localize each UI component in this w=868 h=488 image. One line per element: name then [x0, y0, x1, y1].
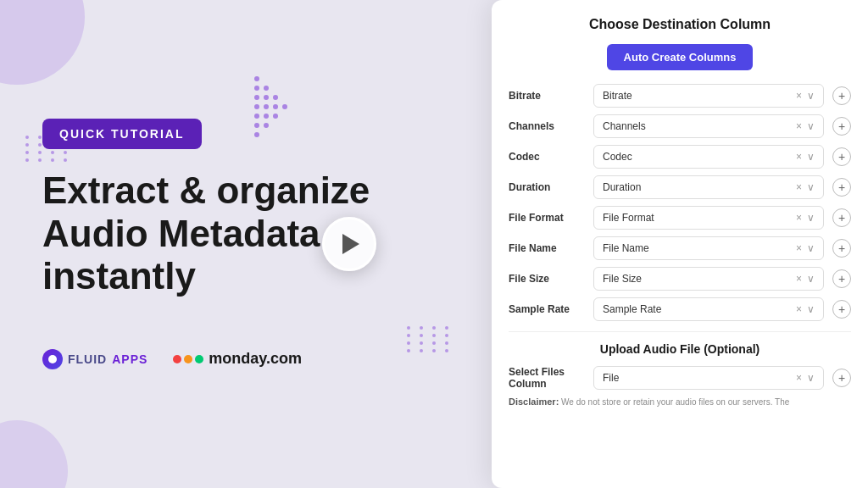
table-row: Channels Channels × ∨ +: [509, 114, 851, 138]
file-size-label: File Size: [509, 273, 585, 285]
sample-rate-select[interactable]: Sample Rate × ∨: [593, 297, 824, 321]
duration-clear-icon[interactable]: ×: [796, 181, 802, 193]
monday-logo: monday.com: [173, 350, 302, 368]
play-button-container: [322, 217, 376, 271]
bitrate-select[interactable]: Bitrate × ∨: [593, 84, 824, 108]
logos-row: FLUID APPS monday.com: [42, 349, 449, 369]
file-size-controls: × ∨: [796, 273, 815, 285]
channels-value: Channels: [603, 120, 796, 132]
file-format-label: File Format: [509, 212, 585, 224]
fluid-apps-icon: [42, 349, 63, 369]
badge-text: QUICK TUTORIAL: [59, 127, 185, 141]
heading-line3: instantly: [42, 255, 196, 297]
table-row: Duration Duration × ∨ +: [509, 175, 851, 199]
channels-add-button[interactable]: +: [832, 117, 851, 136]
codec-clear-icon[interactable]: ×: [796, 151, 802, 163]
disclaimer-text: We do not store or retain your audio fil…: [561, 397, 789, 407]
duration-label: Duration: [509, 181, 585, 193]
file-size-select[interactable]: File Size × ∨: [593, 267, 824, 291]
codec-value: Codec: [603, 151, 796, 163]
file-name-clear-icon[interactable]: ×: [796, 242, 802, 254]
apps-label: APPS: [112, 352, 147, 366]
sample-rate-value: Sample Rate: [603, 303, 796, 315]
channels-select[interactable]: Channels × ∨: [593, 114, 824, 138]
file-format-add-button[interactable]: +: [832, 208, 851, 227]
main-heading: Extract & organize Audio Metadata instan…: [42, 169, 449, 298]
bitrate-value: Bitrate: [603, 90, 796, 102]
file-format-select[interactable]: File Format × ∨: [593, 206, 824, 230]
file-name-value: File Name: [603, 242, 796, 254]
fluid-apps-logo: FLUID APPS: [42, 349, 147, 369]
select-files-label: Select Files Column: [509, 366, 585, 390]
divider: [509, 331, 851, 332]
file-name-select[interactable]: File Name × ∨: [593, 236, 824, 260]
codec-label: Codec: [509, 151, 585, 163]
select-files-controls: × ∨: [796, 372, 815, 384]
select-files-value: File: [603, 372, 796, 384]
disclaimer-title: Disclaimer:: [509, 396, 559, 407]
channels-clear-icon[interactable]: ×: [796, 120, 802, 132]
main-container: QUICK TUTORIAL: [0, 0, 868, 488]
sample-rate-chevron-icon[interactable]: ∨: [807, 303, 815, 315]
file-format-clear-icon[interactable]: ×: [796, 212, 802, 224]
heading-line2: Audio Metadata: [42, 213, 320, 254]
file-format-chevron-icon[interactable]: ∨: [807, 212, 815, 224]
duration-controls: × ∨: [796, 181, 815, 193]
file-size-value: File Size: [603, 273, 796, 285]
codec-add-button[interactable]: +: [832, 147, 851, 166]
field-rows: Bitrate Bitrate × ∨ + Channels Channels …: [509, 84, 851, 321]
select-files-add-button[interactable]: +: [832, 369, 851, 387]
monday-dots-icon: [173, 355, 203, 363]
table-row: Codec Codec × ∨ +: [509, 145, 851, 169]
left-panel: QUICK TUTORIAL: [0, 0, 492, 488]
channels-controls: × ∨: [796, 120, 815, 132]
duration-value: Duration: [603, 181, 796, 193]
channels-chevron-icon[interactable]: ∨: [807, 120, 815, 132]
file-size-add-button[interactable]: +: [832, 269, 851, 288]
bitrate-controls: × ∨: [796, 90, 815, 102]
sample-rate-add-button[interactable]: +: [832, 300, 851, 319]
codec-chevron-icon[interactable]: ∨: [807, 151, 815, 163]
monday-label: monday.com: [209, 350, 302, 368]
file-name-controls: × ∨: [796, 242, 815, 254]
select-files-select[interactable]: File × ∨: [593, 366, 824, 390]
right-panel: Choose Destination Column Auto Create Co…: [492, 0, 868, 488]
table-row: File Size File Size × ∨ +: [509, 267, 851, 291]
file-size-clear-icon[interactable]: ×: [796, 273, 802, 285]
file-format-controls: × ∨: [796, 212, 815, 224]
table-row: File Format File Format × ∨ +: [509, 206, 851, 230]
quick-tutorial-badge: QUICK TUTORIAL: [42, 119, 202, 149]
file-name-add-button[interactable]: +: [832, 239, 851, 258]
bitrate-label: Bitrate: [509, 90, 585, 102]
duration-add-button[interactable]: +: [832, 178, 851, 197]
duration-chevron-icon[interactable]: ∨: [807, 181, 815, 193]
codec-select[interactable]: Codec × ∨: [593, 145, 824, 169]
heading-line1: Extract & organize: [42, 169, 370, 211]
monday-dot-green: [195, 355, 203, 363]
file-name-chevron-icon[interactable]: ∨: [807, 242, 815, 254]
bitrate-clear-icon[interactable]: ×: [796, 90, 802, 102]
select-files-chevron-icon[interactable]: ∨: [807, 372, 815, 384]
auto-create-columns-button[interactable]: Auto Create Columns: [607, 44, 754, 70]
fluid-label: FLUID: [68, 352, 107, 366]
codec-controls: × ∨: [796, 151, 815, 163]
file-format-value: File Format: [603, 212, 796, 224]
play-triangle-icon: [342, 234, 359, 254]
monday-dot-orange: [184, 355, 192, 363]
panel-title: Choose Destination Column: [509, 17, 851, 32]
upload-section-title: Upload Audio File (Optional): [509, 342, 851, 356]
disclaimer: Disclaimer: We do not store or retain yo…: [509, 396, 851, 407]
sample-rate-controls: × ∨: [796, 303, 815, 315]
file-size-chevron-icon[interactable]: ∨: [807, 273, 815, 285]
select-files-clear-icon[interactable]: ×: [796, 372, 802, 384]
bitrate-add-button[interactable]: +: [832, 86, 851, 105]
bitrate-chevron-icon[interactable]: ∨: [807, 90, 815, 102]
sample-rate-clear-icon[interactable]: ×: [796, 303, 802, 315]
channels-label: Channels: [509, 120, 585, 132]
duration-select[interactable]: Duration × ∨: [593, 175, 824, 199]
file-name-label: File Name: [509, 242, 585, 254]
monday-dot-red: [173, 355, 181, 363]
table-row: Sample Rate Sample Rate × ∨ +: [509, 297, 851, 321]
play-button[interactable]: [322, 217, 376, 271]
table-row: Bitrate Bitrate × ∨ +: [509, 84, 851, 108]
